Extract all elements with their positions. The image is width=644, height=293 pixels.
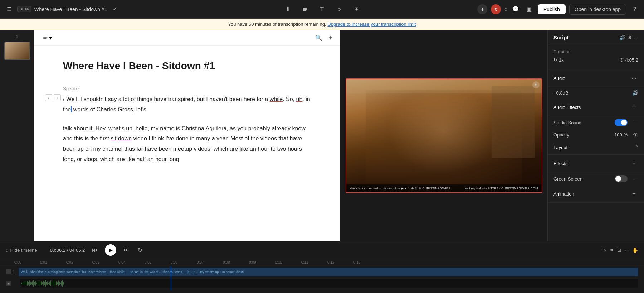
ruler-mark-9: 0:09 [249,260,256,264]
hand-icon[interactable]: ✋ [632,247,638,253]
track-word: I shouldn't [29,270,43,274]
transcript-text-1[interactable]: / Well, I shouldn't say a lot of things … [63,94,311,115]
search-icon[interactable]: 🔍 [314,33,324,43]
green-screen-remove-icon[interactable]: — [633,176,638,182]
audio-speaker-icon[interactable]: 🔊 [632,90,638,96]
hide-timeline-icon: ↕ [6,248,8,253]
audio-effects-header[interactable]: Audio Effects + [548,99,644,116]
waveform-bar [43,281,44,286]
chat-icon[interactable]: 💬 [511,4,521,14]
checkmark-icon[interactable]: ✓ [110,4,120,14]
layout-icon[interactable]: ▣ [524,4,534,14]
waveform-bar [58,280,59,286]
audio-slide-img: ▣ [7,282,10,285]
resize-icon[interactable]: ↔ [624,247,629,253]
effects-section-header[interactable]: Effects + [548,155,644,172]
toggle-knob [621,120,627,125]
video-corner-badge: ⬆ [532,81,540,88]
waveform-bar [63,282,64,285]
arrow-pointer-icon[interactable]: ↖ [603,247,607,253]
track-1-content[interactable]: Well, I shouldn't lot o thing have trans… [19,268,638,276]
publish-button[interactable]: Publish [538,4,566,14]
speed-label[interactable]: 1x [559,57,564,63]
track-audio-row: ▣ [0,278,644,289]
overlay-left: she's busy invented no more online ▶ ● ☆… [350,187,451,190]
record-icon[interactable]: ⏺ [300,4,310,14]
timeline-controls: ↕ Hide timeline 00:06.2 / 04:05.2 ⏮ ▶ ⏭ … [0,241,644,259]
ruler-mark-13: 0:13 [353,260,360,264]
crop-icon[interactable]: ⊡ [617,247,621,253]
slide-panel: 1 [0,30,34,241]
animation-label: Animation [553,191,630,197]
audio-effects-add-icon[interactable]: + [630,103,638,111]
refresh-button[interactable]: ↻ [136,245,144,255]
audio-track-content[interactable] [20,279,638,288]
upgrade-link[interactable]: Upgrade to increase your transcription l… [327,21,416,27]
effects-add-icon[interactable]: + [630,159,638,168]
waveform-bar [56,281,57,285]
audio-gain-row: +0.8dB 🔊 [548,87,644,99]
track-word: I m name [220,270,234,274]
video-bookshelf [492,86,535,158]
size-icon[interactable]: S [628,35,631,40]
add-button[interactable]: + [477,4,487,14]
ruler-mark-0: 0:00 [14,260,21,264]
studio-sound-row: Studio Sound — [548,116,644,129]
skip-back-button[interactable]: ⏮ [91,245,99,255]
word-down: down [118,135,132,141]
eye-icon[interactable]: 👁 [633,132,638,138]
opacity-label: Opacity [553,132,611,138]
track-word: of [156,270,158,274]
play-button[interactable]: ▶ [105,244,116,256]
download-icon[interactable]: ⬇ [283,4,293,14]
duration-section: Duration ↻ 1x ⏱ 4:05.2 [548,45,644,69]
topbar-right: + C c 💬 ▣ Publish Open in desktop app ? [364,4,640,15]
open-desktop-button[interactable]: Open in desktop app [569,4,626,15]
layout-section-header[interactable]: Layout ˅ [548,140,644,155]
shape-icon[interactable]: ○ [334,4,344,14]
studio-sound-remove-icon[interactable]: — [633,120,638,125]
menu-icon[interactable]: ☰ [4,4,14,14]
transcript-ctrl-slash[interactable]: / [45,94,52,101]
slide-thumbnail[interactable] [4,42,30,60]
right-panel-title: Script [553,34,616,40]
audio-more-icon[interactable]: ··· [630,74,638,82]
audio-effects-label: Audio Effects [553,105,630,110]
word-sit: sit [111,135,116,141]
waveform-bar [39,280,39,286]
overlay-right: visit my website HTTPS://CHRISTINAGWIRA.… [464,187,538,190]
speaker-icon[interactable]: 🔊 [619,35,625,40]
text-icon[interactable]: T [317,4,327,14]
pencil-icon: ✏ [43,34,48,41]
waveform-bar [28,282,29,285]
layout-chevron-icon[interactable]: ˅ [636,145,638,150]
transcript-ctrl-plus[interactable]: + [54,94,61,101]
green-screen-toggle[interactable] [615,175,628,182]
green-screen-toggle-knob [615,176,621,182]
skip-forward-button[interactable]: ⏭ [122,245,131,255]
more-icon[interactable]: ··· [634,35,638,40]
waveform-bar [50,280,51,286]
effects-label: Effects [553,161,630,166]
studio-sound-toggle[interactable] [615,119,628,126]
transcript-text-2[interactable]: talk about it. Hey, what's up, hello, my… [63,124,311,165]
track-word: ... [190,270,193,274]
waveform-bar [27,281,28,286]
pencil-dropdown[interactable]: ✏ ▾ [40,33,55,43]
grid-icon[interactable]: ⊞ [351,4,361,14]
speaker-label: Speaker [63,86,311,91]
help-icon[interactable]: ? [630,4,640,14]
green-screen-label: Green Screen [553,176,611,182]
sparkle-icon[interactable]: ✦ [327,33,334,43]
pen-icon[interactable]: ✒ [610,247,614,253]
waveform-bar [33,280,34,287]
waveform-bar [23,282,23,285]
hide-timeline-button[interactable]: ↕ Hide timeline [6,248,37,253]
audio-section-header[interactable]: Audio ··· [548,69,644,87]
waveform-bar [35,281,36,286]
animation-add-icon[interactable]: + [630,189,638,198]
track-word: Well, [21,270,28,274]
animation-section-header[interactable]: Animation + [548,185,644,203]
waveform-bar [54,280,54,287]
pencil-chevron-icon: ▾ [49,34,52,41]
